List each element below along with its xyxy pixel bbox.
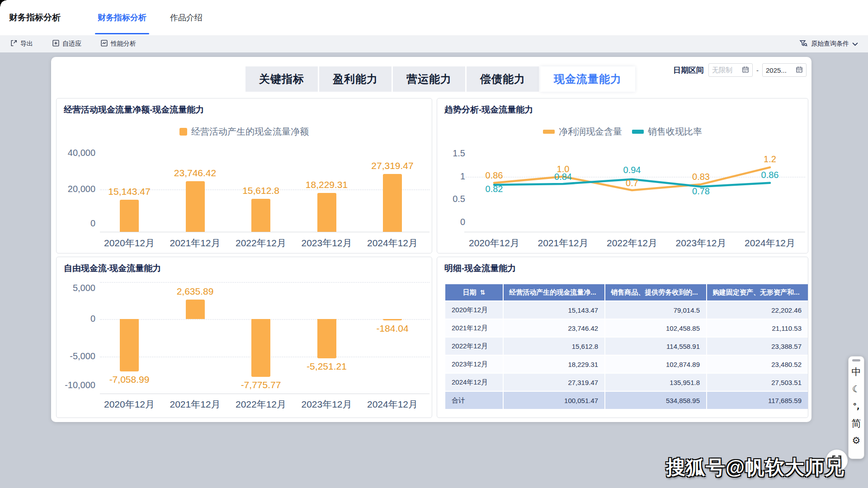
table-cell: 21,110.53 (707, 319, 808, 338)
header-tabs: 财务指标分析 作品介绍 (95, 0, 223, 35)
ime-chinese-mode[interactable]: 中 (849, 363, 864, 380)
performance-button[interactable]: 性能分析 (98, 39, 139, 49)
filter-search-icon (799, 39, 808, 48)
bar-value-label: 15,612.8 (222, 185, 299, 196)
table-cell: 23,388.57 (707, 338, 808, 356)
table-row[interactable]: 2023年12月18,229.31102,874.8923,480.52 (445, 356, 808, 374)
table-cell: 15,143.47 (504, 301, 605, 319)
legend-label: 净利润现金含量 (559, 126, 622, 138)
column-header-date[interactable]: 日期⇅ (445, 284, 504, 301)
point-label: 0.84 (543, 172, 584, 182)
toolbar-left-group: 导出 自适应 性能分析 (7, 39, 139, 49)
gear-icon[interactable]: ⚙ (849, 432, 864, 449)
table-row[interactable]: 2022年12月15,612.8114,558.9123,388.57 (445, 338, 808, 356)
column-header-label: 日期 (463, 288, 476, 296)
panel-trend-analysis: 趋势分析-现金流量能力 净利润现金含量销售收现比率 1.510.502020年1… (437, 98, 808, 253)
x-axis-label: 2024年12月 (359, 398, 426, 411)
app-header: 财务指标分析 财务指标分析 作品介绍 (0, 0, 868, 35)
bar[interactable] (383, 319, 402, 320)
category-tab-1[interactable]: 盈利能力 (319, 66, 392, 92)
bar[interactable] (383, 174, 402, 232)
original-query-conditions-button[interactable]: 原始查询条件 (797, 39, 861, 49)
table-cell: 2020年12月 (445, 301, 504, 319)
bar-value-label: 15,143.47 (91, 186, 168, 197)
legend-label: 销售收现比率 (648, 126, 702, 138)
performance-label: 性能分析 (111, 40, 136, 48)
export-label: 导出 (20, 40, 33, 48)
legend-swatch (543, 130, 555, 134)
date-range-separator: - (756, 66, 759, 74)
bar-chart-operating-cashflow: 40,00020,00002020年12月2021年12月2022年12月202… (57, 99, 432, 253)
legend-item[interactable]: 净利润现金含量 (543, 126, 622, 138)
y-axis-tick-label: 5,000 (57, 283, 95, 293)
bar-value-label: 2,635.89 (157, 286, 234, 297)
table-cell: 135,951.8 (605, 374, 707, 392)
bar-value-label: -5,251.21 (288, 361, 365, 372)
calendar-icon[interactable] (742, 66, 749, 75)
bar[interactable] (251, 199, 270, 232)
point-label: 0.94 (612, 165, 652, 175)
table-row[interactable]: 2024年12月27,319.47135,951.827,503.51 (445, 374, 808, 392)
x-axis-label: 2020年12月 (95, 237, 163, 249)
bar-value-label: -7,775.77 (222, 380, 299, 390)
bar[interactable] (186, 181, 205, 232)
window-corner (0, 0, 6, 6)
column-header-asset-purchase: 购建固定资产、无形资产和... (707, 284, 808, 301)
query-conditions-label: 原始查询条件 (811, 40, 849, 48)
date-range-filter: 日期区间 无限制 - 2025... (673, 63, 807, 77)
punctuation-icon[interactable]: °, (849, 398, 864, 415)
y-axis-tick-label: -10,000 (57, 380, 95, 390)
export-button[interactable]: 导出 (7, 39, 36, 49)
point-label: 0.86 (750, 170, 790, 180)
panel-title: 趋势分析-现金流量能力 (444, 104, 533, 116)
legend-item[interactable]: 销售收现比率 (632, 126, 702, 138)
legend-item[interactable]: 经营活动产生的现金流量净额 (179, 126, 309, 138)
date-start-input[interactable]: 无限制 (708, 63, 753, 77)
x-axis-label: 2022年12月 (227, 237, 295, 249)
table-cell: 2023年12月 (445, 356, 504, 374)
toolbar: 导出 自适应 性能分析 原始查询条件 (0, 35, 868, 52)
x-axis-label: 2022年12月 (227, 398, 295, 411)
bar[interactable] (120, 200, 139, 232)
bar[interactable] (317, 319, 336, 358)
bar[interactable] (251, 319, 270, 377)
legend-label: 经营活动产生的现金流量净额 (191, 126, 309, 138)
tab-financial-analysis[interactable]: 财务指标分析 (95, 0, 149, 35)
category-tab-4[interactable]: 现金流量能力 (540, 66, 635, 92)
bar[interactable] (317, 193, 336, 232)
tab-work-intro[interactable]: 作品介绍 (167, 0, 205, 35)
sort-icon[interactable]: ⇅ (480, 289, 486, 296)
table-cell: 102,874.89 (605, 356, 707, 374)
table-row[interactable]: 2020年12月15,143.4779,014.522,202.46 (445, 301, 808, 319)
table-cell: 2024年12月 (445, 374, 504, 392)
category-tabs: 关键指标盈利能力营运能力偿债能力现金流量能力 (245, 66, 635, 92)
y-axis-tick-label: 20,000 (57, 184, 95, 194)
category-tab-2[interactable]: 营运能力 (393, 66, 465, 92)
x-axis-label: 2023年12月 (293, 237, 361, 249)
category-tab-3[interactable]: 偿债能力 (467, 66, 539, 92)
ime-simplified[interactable]: 简 (849, 415, 864, 432)
bar-value-label: -184.04 (354, 323, 431, 334)
bar-chart-free-cashflow: 5,0000-5,000-10,0002020年12月2021年12月2022年… (57, 257, 432, 418)
chevron-down-icon (852, 40, 858, 47)
x-axis-line (100, 232, 429, 232)
table-cell: 2021年12月 (445, 319, 504, 338)
bar[interactable] (120, 319, 139, 371)
ime-drag-handle[interactable] (852, 359, 860, 361)
bar[interactable] (186, 300, 205, 319)
table-row[interactable]: 2021年12月23,746.42102,458.8521,110.53 (445, 319, 808, 338)
calendar-icon[interactable] (796, 66, 803, 75)
bar-value-label: 18,229.31 (288, 179, 365, 190)
export-icon (10, 39, 18, 48)
legend-swatch (179, 128, 187, 136)
bar-value-label: 23,746.42 (157, 168, 234, 178)
date-end-input[interactable]: 2025... (762, 63, 807, 77)
table-cell: 534,858.95 (605, 392, 707, 409)
x-axis-label: 2021年12月 (161, 398, 229, 411)
category-tab-0[interactable]: 关键指标 (245, 66, 318, 92)
table-row[interactable]: 合计100,051.47534,858.95117,685.59 (445, 392, 808, 409)
moon-icon[interactable]: ☾ (849, 380, 864, 398)
point-label: 1.2 (750, 154, 790, 164)
x-axis-line (100, 394, 429, 394)
fit-screen-button[interactable]: 自适应 (49, 39, 84, 49)
